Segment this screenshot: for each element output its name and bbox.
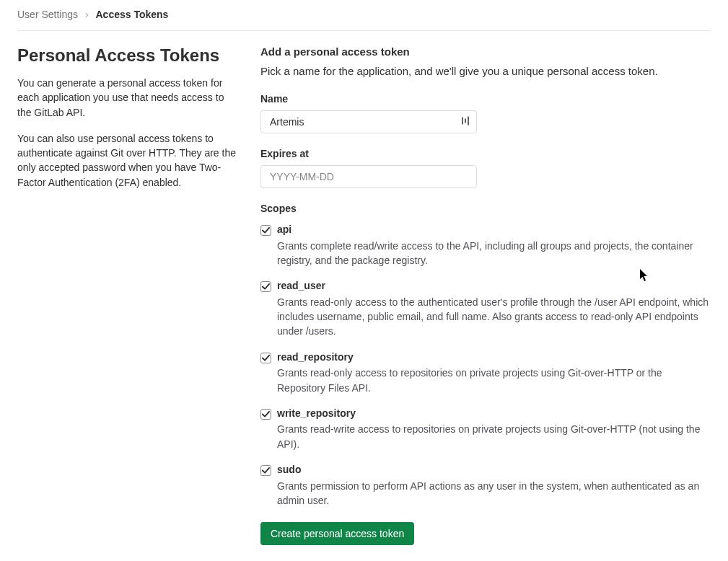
expires-label: Expires at [260, 148, 711, 159]
sidebar-description: Personal Access Tokens You can generate … [17, 45, 237, 545]
scope-item-sudo: sudoGrants permission to perform API act… [260, 463, 711, 508]
sidebar-para-2: You can also use personal access tokens … [17, 131, 237, 190]
scope-checkbox-write_repository[interactable] [260, 409, 271, 420]
scope-item-write_repository: write_repositoryGrants read-write access… [260, 407, 711, 451]
scope-description: Grants read-only access to the authentic… [277, 295, 711, 339]
name-label: Name [260, 93, 711, 105]
form-intro: Pick a name for the application, and we'… [260, 65, 711, 77]
name-input[interactable] [260, 110, 477, 133]
scope-item-api: apiGrants complete read/write access to … [260, 223, 711, 268]
scope-checkbox-api[interactable] [260, 225, 271, 236]
scope-checkbox-read_repository[interactable] [260, 353, 271, 363]
expires-input[interactable] [260, 165, 477, 188]
scopes-list: apiGrants complete read/write access to … [260, 223, 711, 508]
create-token-button[interactable]: Create personal access token [260, 522, 414, 545]
scope-name[interactable]: read_repository [277, 350, 711, 365]
breadcrumb-parent[interactable]: User Settings [17, 9, 78, 20]
breadcrumb: User Settings › Access Tokens [17, 9, 711, 31]
scope-description: Grants read-only access to repositories … [277, 366, 711, 395]
scope-name[interactable]: write_repository [277, 407, 711, 421]
scopes-label: Scopes [260, 203, 711, 214]
scope-name[interactable]: api [277, 223, 711, 237]
scope-description: Grants complete read/write access to the… [277, 239, 711, 268]
chevron-right-icon: › [85, 9, 89, 20]
scope-name[interactable]: sudo [277, 463, 711, 477]
scope-checkbox-sudo[interactable] [260, 465, 271, 476]
scope-item-read_user: read_userGrants read-only access to the … [260, 279, 711, 338]
form-heading: Add a personal access token [260, 45, 711, 58]
scope-name[interactable]: read_user [277, 279, 711, 293]
scope-description: Grants permission to perform API actions… [277, 479, 711, 508]
main-form-area: Add a personal access token Pick a name … [260, 45, 711, 545]
scope-checkbox-read_user[interactable] [260, 281, 271, 292]
breadcrumb-current: Access Tokens [96, 9, 169, 20]
scope-description: Grants read-write access to repositories… [277, 422, 711, 451]
scope-item-read_repository: read_repositoryGrants read-only access t… [260, 350, 711, 395]
sidebar-para-1: You can generate a personal access token… [17, 76, 237, 120]
page-title: Personal Access Tokens [17, 45, 237, 66]
